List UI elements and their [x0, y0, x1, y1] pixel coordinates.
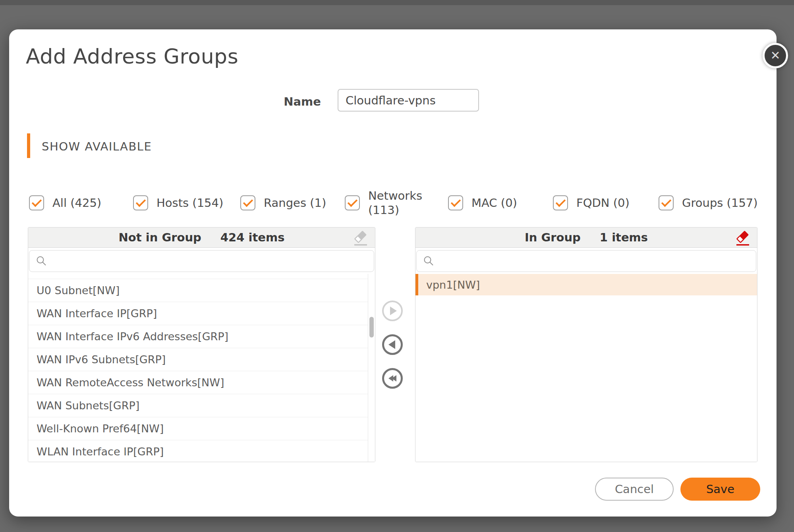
filter-networks[interactable]: Networks (113)	[345, 188, 422, 218]
arrow-right-icon	[390, 306, 397, 315]
save-button[interactable]: Save	[680, 478, 760, 501]
filter-all[interactable]: All (425)	[29, 196, 101, 210]
filter-ranges-label: Ranges (1)	[264, 196, 326, 210]
checkbox-hosts[interactable]	[133, 195, 148, 210]
filter-mac[interactable]: MAC (0)	[448, 196, 517, 210]
checkbox-all[interactable]	[29, 195, 44, 210]
checkbox-ranges[interactable]	[240, 195, 255, 210]
list-item[interactable]: U0 Subnet[NW]	[28, 279, 368, 302]
in-group-list: vpn1[NW]	[415, 274, 757, 462]
search-icon	[36, 255, 48, 267]
in-group-header: In Group 1 items	[415, 227, 757, 248]
not-in-group-header: Not in Group 424 items	[28, 227, 375, 248]
in-group-count: 1 items	[600, 231, 648, 244]
filter-networks-label: Networks (113)	[368, 189, 422, 218]
add-address-groups-dialog: Add Address Groups ✕ Name SHOW AVAILABLE…	[9, 29, 777, 517]
not-in-group-title: Not in Group	[119, 231, 201, 244]
list-item[interactable]: Well-Known Pref64[NW]	[28, 417, 368, 440]
arrow-left-icon	[388, 340, 395, 349]
checkbox-groups[interactable]	[659, 195, 674, 210]
name-field-label: Name	[245, 95, 321, 108]
name-input[interactable]	[338, 89, 479, 112]
save-label: Save	[706, 482, 734, 496]
search-icon	[423, 255, 435, 267]
in-group-panel: In Group 1 items vpn1[NW]	[415, 227, 757, 462]
list-item-selected[interactable]: vpn1[NW]	[415, 274, 757, 295]
move-left-button[interactable]	[382, 334, 403, 355]
cancel-button[interactable]: Cancel	[595, 478, 674, 501]
dialog-title: Add Address Groups	[26, 44, 238, 68]
filter-all-label: All (425)	[52, 196, 101, 210]
not-in-group-search-input[interactable]	[48, 251, 374, 272]
list-item[interactable]: WAN Subnets[GRP]	[28, 394, 368, 417]
section-title: SHOW AVAILABLE	[42, 140, 152, 153]
in-group-search[interactable]	[416, 250, 756, 272]
not-in-group-panel: Not in Group 424 items U0 Subnet[NW] WAN	[28, 227, 375, 462]
checkbox-networks[interactable]	[345, 195, 360, 210]
selected-row-accent-bar	[415, 274, 418, 295]
scrollbar-track[interactable]	[368, 274, 375, 462]
not-in-group-list: U0 Subnet[NW] WAN Interface IP[GRP] WAN …	[28, 274, 375, 462]
list-item[interactable]: WAN Interface IPv6 Addresses[GRP]	[28, 325, 368, 348]
move-all-left-button[interactable]	[382, 368, 403, 389]
filter-fqdn[interactable]: FQDN (0)	[553, 196, 630, 210]
filter-groups-label: Groups (157)	[682, 196, 758, 210]
filter-hosts[interactable]: Hosts (154)	[133, 196, 223, 210]
filter-groups[interactable]: Groups (157)	[659, 196, 758, 210]
cancel-label: Cancel	[615, 482, 654, 496]
checkbox-fqdn[interactable]	[553, 195, 568, 210]
filter-fqdn-label: FQDN (0)	[576, 196, 630, 210]
checkbox-mac[interactable]	[448, 195, 463, 210]
close-button[interactable]: ✕	[763, 43, 788, 68]
filter-ranges[interactable]: Ranges (1)	[240, 196, 326, 210]
scrollbar-thumb[interactable]	[369, 317, 374, 337]
section-accent-bar	[27, 133, 30, 158]
clear-list-icon[interactable]	[734, 229, 751, 248]
filter-hosts-label: Hosts (154)	[156, 196, 223, 210]
not-in-group-search[interactable]	[29, 250, 374, 272]
partial-row	[28, 274, 368, 279]
double-arrow-left-icon	[392, 375, 396, 382]
clear-list-icon[interactable]	[352, 229, 369, 248]
list-item[interactable]: WAN RemoteAccess Networks[NW]	[28, 371, 368, 394]
not-in-group-count: 424 items	[220, 231, 285, 244]
page-top-shadow	[0, 0, 794, 5]
in-group-title: In Group	[525, 231, 581, 244]
close-icon: ✕	[770, 50, 780, 62]
in-group-search-input[interactable]	[435, 251, 756, 272]
selected-item-label: vpn1[NW]	[426, 279, 480, 291]
filter-mac-label: MAC (0)	[471, 196, 517, 210]
move-right-button[interactable]	[382, 301, 403, 321]
list-item[interactable]: WAN IPv6 Subnets[GRP]	[28, 348, 368, 371]
list-item[interactable]: WAN Interface IP[GRP]	[28, 302, 368, 325]
list-item[interactable]: WLAN Interface IP[GRP]	[28, 440, 368, 462]
